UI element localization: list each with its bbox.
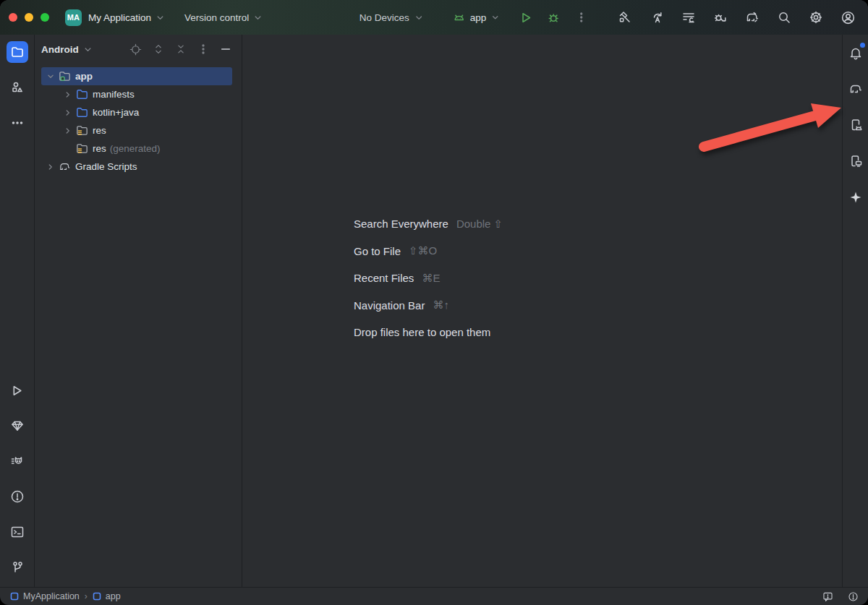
profiler-sessions-icon bbox=[681, 9, 697, 25]
resource-folder-icon bbox=[75, 142, 89, 155]
apply-changes-button[interactable] bbox=[648, 9, 665, 26]
gem-icon bbox=[9, 418, 25, 434]
tree-label: app bbox=[75, 71, 93, 82]
resource-manager-button[interactable] bbox=[7, 77, 28, 98]
panel-options-kebab-icon[interactable] bbox=[197, 43, 210, 56]
problems-circle-icon[interactable] bbox=[847, 591, 859, 603]
hint-recent-files: Recent Files ⌘E bbox=[354, 265, 503, 292]
hint-label: Drop files here to open them bbox=[354, 326, 490, 338]
tree-row-kotlin-java[interactable]: kotlin+java bbox=[41, 103, 232, 121]
apply-changes-restart-icon bbox=[649, 9, 665, 25]
settings-button[interactable] bbox=[807, 9, 825, 26]
project-title-label: My Application bbox=[88, 12, 151, 23]
android-studio-window: MA My Application Version control No Dev… bbox=[0, 0, 868, 605]
hint-go-to-file: Go to File ⇧⌘O bbox=[354, 238, 503, 265]
locate-file-icon[interactable] bbox=[129, 43, 142, 56]
more-run-options-button[interactable] bbox=[572, 9, 590, 26]
chevron-right-icon[interactable] bbox=[63, 108, 73, 118]
debug-button[interactable] bbox=[545, 9, 562, 26]
device-manager-button[interactable] bbox=[845, 114, 867, 136]
tree-label: res bbox=[93, 143, 106, 154]
logcat-cat-icon bbox=[9, 453, 25, 469]
chevron-down-icon bbox=[82, 44, 93, 55]
more-tool-windows-button[interactable] bbox=[7, 112, 28, 134]
notifications-button[interactable] bbox=[845, 42, 867, 64]
hint-shortcut: ⌘E bbox=[422, 272, 440, 285]
version-control-label: Version control bbox=[184, 12, 249, 23]
hide-panel-minus-icon[interactable] bbox=[219, 43, 232, 56]
build-button[interactable] bbox=[616, 9, 634, 26]
kebab-menu-icon bbox=[574, 11, 587, 24]
app-quality-insights-button[interactable] bbox=[7, 415, 28, 437]
tree-label: kotlin+java bbox=[93, 107, 139, 118]
tree-row-manifests[interactable]: manifests bbox=[41, 85, 232, 103]
zoom-window-button[interactable] bbox=[41, 13, 49, 22]
expand-all-icon[interactable] bbox=[152, 43, 165, 56]
minimize-window-button[interactable] bbox=[25, 13, 33, 22]
chevron-right-icon[interactable] bbox=[46, 162, 56, 172]
project-view-selector[interactable]: Android bbox=[41, 44, 93, 55]
gradle-elephant-icon bbox=[58, 160, 72, 173]
device-selector-dropdown[interactable]: No Devices bbox=[359, 12, 425, 23]
run-play-icon bbox=[519, 10, 534, 25]
logcat-button[interactable] bbox=[7, 450, 28, 472]
editor-shortcut-hints: Search Everywhere Double ⇧ Go to File ⇧⌘… bbox=[354, 210, 503, 346]
run-tool-window-button[interactable] bbox=[7, 379, 28, 401]
project-tool-window-button[interactable] bbox=[7, 41, 28, 63]
gradle-button[interactable] bbox=[845, 78, 867, 100]
tree-row-res[interactable]: res bbox=[41, 121, 232, 140]
search-everywhere-button[interactable] bbox=[775, 9, 793, 26]
project-avatar-badge[interactable]: MA bbox=[65, 9, 82, 26]
hint-label: Search Everywhere bbox=[354, 218, 448, 230]
hint-label: Recent Files bbox=[354, 272, 414, 284]
hint-search-everywhere: Search Everywhere Double ⇧ bbox=[354, 210, 503, 238]
gradle-sync-elephant-icon bbox=[744, 9, 760, 25]
tree-row-gradle-scripts[interactable]: Gradle Scripts bbox=[41, 158, 232, 176]
terminal-button[interactable] bbox=[7, 521, 28, 543]
chevron-down-icon bbox=[155, 12, 166, 23]
problems-tool-window-button[interactable] bbox=[7, 486, 28, 507]
resource-folder-icon bbox=[75, 124, 89, 137]
close-window-button[interactable] bbox=[9, 13, 17, 22]
sync-project-button[interactable] bbox=[744, 9, 761, 26]
run-button[interactable] bbox=[517, 9, 535, 26]
chevron-right-icon[interactable] bbox=[63, 126, 73, 136]
gradle-elephant-icon bbox=[848, 81, 864, 97]
tree-label: res bbox=[93, 125, 106, 136]
chevron-down-icon[interactable] bbox=[46, 72, 56, 82]
module-icon bbox=[93, 592, 101, 601]
version-control-menu[interactable]: Version control bbox=[184, 12, 263, 23]
project-title-menu[interactable]: My Application bbox=[88, 12, 166, 23]
macos-traffic-lights bbox=[0, 13, 49, 22]
attach-debugger-button[interactable] bbox=[712, 9, 729, 26]
gemini-assistant-button[interactable] bbox=[845, 186, 867, 208]
tree-row-res-generated[interactable]: res (generated) bbox=[41, 140, 232, 158]
profiler-button[interactable] bbox=[680, 9, 697, 26]
hint-shortcut: ⌘↑ bbox=[433, 299, 449, 312]
folder-icon bbox=[10, 45, 25, 59]
project-tool-window: Android bbox=[35, 35, 242, 587]
breadcrumb-app[interactable]: app bbox=[93, 591, 121, 601]
tree-label: Gradle Scripts bbox=[75, 161, 137, 172]
hint-navigation-bar: Navigation Bar ⌘↑ bbox=[354, 292, 503, 319]
breadcrumb-myapplication[interactable]: MyApplication bbox=[10, 591, 80, 601]
collapse-all-icon[interactable] bbox=[174, 43, 187, 56]
chevron-right-icon[interactable] bbox=[63, 90, 73, 100]
breadcrumb-label: MyApplication bbox=[23, 591, 80, 601]
chevron-down-icon bbox=[252, 12, 263, 23]
project-tree: app manifests bbox=[35, 67, 242, 176]
running-devices-icon bbox=[848, 153, 864, 169]
account-button[interactable] bbox=[839, 9, 856, 26]
search-icon bbox=[776, 9, 792, 25]
git-branch-icon bbox=[9, 559, 25, 575]
run-configuration-dropdown[interactable]: app bbox=[452, 10, 501, 25]
chevron-down-icon bbox=[490, 12, 500, 22]
tree-row-app[interactable]: app bbox=[41, 67, 232, 85]
running-devices-button[interactable] bbox=[845, 150, 867, 172]
feedback-bubble-icon[interactable] bbox=[822, 591, 834, 603]
tree-label: manifests bbox=[93, 89, 135, 100]
hint-shortcut: Double ⇧ bbox=[456, 218, 503, 231]
hint-shortcut: ⇧⌘O bbox=[409, 244, 437, 257]
version-control-tool-window-button[interactable] bbox=[7, 557, 28, 578]
editor-empty-area: Search Everywhere Double ⇧ Go to File ⇧⌘… bbox=[242, 35, 842, 587]
